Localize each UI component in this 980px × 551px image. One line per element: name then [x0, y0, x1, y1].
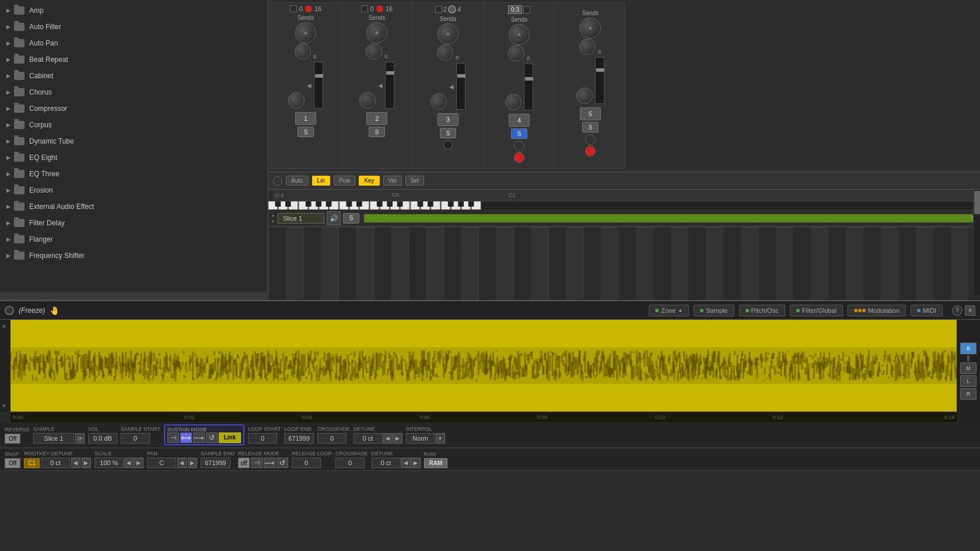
ch3-s-button[interactable]: S	[440, 128, 456, 138]
ch5-fader-handle[interactable]	[596, 68, 604, 72]
up-arrow-icon[interactable]: ▲	[271, 212, 275, 218]
ch3-circle-btn[interactable]	[443, 140, 453, 149]
pan-value[interactable]: C	[147, 458, 176, 468]
detune-arrow[interactable]: ◀	[383, 433, 393, 444]
mode-key[interactable]: Key	[359, 176, 379, 186]
pan-arrow-l[interactable]: ◀	[177, 458, 187, 468]
link-btn[interactable]: Link	[219, 433, 242, 443]
device-item-eq-eight[interactable]: ▶EQ Eight	[0, 149, 268, 166]
pan-arrow-r[interactable]: ▶	[188, 458, 197, 468]
rootkey-arrow-r[interactable]: ▶	[82, 458, 91, 468]
device-item-auto-filter[interactable]: ▶Auto Filter	[0, 19, 268, 35]
ch5-knob-b[interactable]	[579, 39, 596, 55]
rootkey-detune-value[interactable]: 0 ct	[41, 458, 70, 468]
crossfade2-value[interactable]: 0	[335, 458, 365, 468]
release-off-btn[interactable]: off	[238, 458, 250, 468]
detune2-arrow-r[interactable]: ▶	[411, 458, 421, 468]
ch5-pan-knob[interactable]	[576, 88, 593, 104]
loop-start-value[interactable]: 0	[248, 433, 277, 444]
interpol-dropdown[interactable]: ▼	[436, 433, 445, 444]
ch4-rec-btn[interactable]	[514, 152, 524, 163]
down-arrow-icon[interactable]: ▼	[271, 219, 275, 224]
ch1-s-button[interactable]: S	[298, 127, 314, 137]
ch2-pan-knob[interactable]	[359, 92, 376, 109]
ch1-knob-b[interactable]	[295, 43, 311, 60]
device-item-external-audio-effect[interactable]: ▶External Audio Effect	[0, 198, 268, 215]
slice-s-button[interactable]: S	[343, 213, 359, 224]
ch4-enable[interactable]	[523, 6, 530, 13]
tab-modulation[interactable]: Modulation	[848, 305, 906, 316]
mode-pow[interactable]: Pow	[334, 176, 355, 186]
ch1-fader-track[interactable]	[314, 62, 323, 109]
device-item-dynamic-tube[interactable]: ▶Dynamic Tube	[0, 133, 268, 149]
ch2-knob-a[interactable]: A	[366, 22, 387, 43]
ch3-fader-track[interactable]	[456, 63, 466, 110]
ch3-knob-a[interactable]: A	[438, 23, 459, 44]
rootkey-arrow-l[interactable]: ◀	[71, 458, 80, 468]
mode-auto[interactable]: Auto	[286, 176, 309, 186]
device-item-corpus[interactable]: ▶Corpus	[0, 117, 268, 133]
mode-lin[interactable]: Lin	[312, 176, 330, 186]
ch5-rec-btn[interactable]	[585, 146, 596, 156]
scale-arrow-l[interactable]: ◀	[124, 458, 134, 468]
tab-zone[interactable]: Zone ▲	[649, 305, 689, 316]
loop-end-value[interactable]: 671999	[284, 433, 314, 444]
nav-up-icon[interactable]: ▲	[1, 322, 9, 329]
scale-arrow-r[interactable]: ▶	[134, 458, 144, 468]
sample-value[interactable]: Slice 1	[33, 433, 74, 444]
detune2-value[interactable]: 0 ct	[372, 458, 401, 468]
release-loop-value[interactable]: 0	[292, 458, 321, 468]
snap-btn[interactable]: Off	[5, 458, 20, 468]
ch4-knob-a[interactable]: A	[509, 24, 530, 45]
ch1-enable[interactable]	[290, 5, 297, 12]
tab-midi[interactable]: MIDI	[911, 305, 943, 316]
release-btn-1[interactable]: ⊣	[251, 458, 262, 468]
detune2-arrow-l[interactable]: ◀	[401, 458, 411, 468]
ch1-pan-knob[interactable]	[288, 92, 304, 109]
device-item-filter-delay[interactable]: ▶Filter Delay	[0, 215, 268, 231]
scroll-v-handle[interactable]	[974, 191, 980, 214]
device-item-cabinet[interactable]: ▶Cabinet	[0, 68, 268, 84]
side-btn-r[interactable]: R	[960, 388, 977, 400]
side-btn-l[interactable]: L	[960, 375, 977, 387]
release-btn-3[interactable]: ↺	[276, 458, 288, 468]
speaker-btn[interactable]: 🔊	[327, 211, 341, 225]
device-item-frequency-shifter[interactable]: ▶Frequency Shifter	[0, 247, 268, 264]
scale-value[interactable]: 100 %	[94, 458, 124, 468]
sus-btn-1[interactable]: ⊣	[167, 433, 179, 443]
sus-btn-3[interactable]: ⟶	[193, 433, 205, 443]
mode-sel[interactable]: Sel	[405, 176, 424, 186]
ch5-circle-btn[interactable]	[585, 134, 596, 145]
release-btn-2[interactable]: ⟶	[264, 458, 275, 468]
device-item-chorus[interactable]: ▶Chorus	[0, 84, 268, 100]
ram-btn[interactable]: RAM	[424, 458, 448, 468]
power-button[interactable]	[5, 306, 14, 315]
device-item-amp[interactable]: ▶Amp	[0, 2, 268, 19]
interpol-value[interactable]: Norm	[406, 433, 435, 444]
ch4-fader-track[interactable]	[524, 64, 533, 110]
ch5-s-button[interactable]: S	[582, 122, 598, 132]
device-item-beat-repeat[interactable]: ▶Beat Repeat	[0, 51, 268, 68]
ch5-fader-track[interactable]	[595, 57, 604, 104]
device-item-erosion[interactable]: ▶Erosion	[0, 182, 268, 198]
ch3-enable[interactable]	[435, 6, 442, 13]
ch4-knob-b[interactable]	[508, 45, 524, 61]
side-btn-b[interactable]: B	[960, 343, 977, 354]
ch2-enable[interactable]	[361, 5, 368, 12]
mode-vel[interactable]: Vel	[383, 176, 402, 186]
device-item-auto-pan[interactable]: ▶Auto Pan	[0, 35, 268, 51]
vertical-scrollbar[interactable]	[973, 190, 980, 295]
crossfade-value[interactable]: 0	[317, 433, 346, 444]
ch4-circle-btn[interactable]	[514, 141, 524, 151]
ch3-pan-knob[interactable]	[430, 93, 447, 110]
sample-end-value[interactable]: 671999	[201, 458, 230, 468]
ch4-pan-knob[interactable]	[505, 94, 522, 110]
sus-btn-4[interactable]: ↺	[206, 433, 218, 443]
nav-down-icon[interactable]: ▼	[1, 403, 9, 409]
ch2-fader-track[interactable]	[385, 62, 394, 109]
sus-btn-2[interactable]: ⟺	[180, 433, 192, 443]
sample-select-icon[interactable]: ⟳	[75, 433, 85, 444]
ch2-s-button[interactable]: S	[369, 127, 385, 137]
rootkey-value[interactable]: C1	[24, 458, 40, 468]
sample-start-value[interactable]: 0	[121, 433, 150, 444]
